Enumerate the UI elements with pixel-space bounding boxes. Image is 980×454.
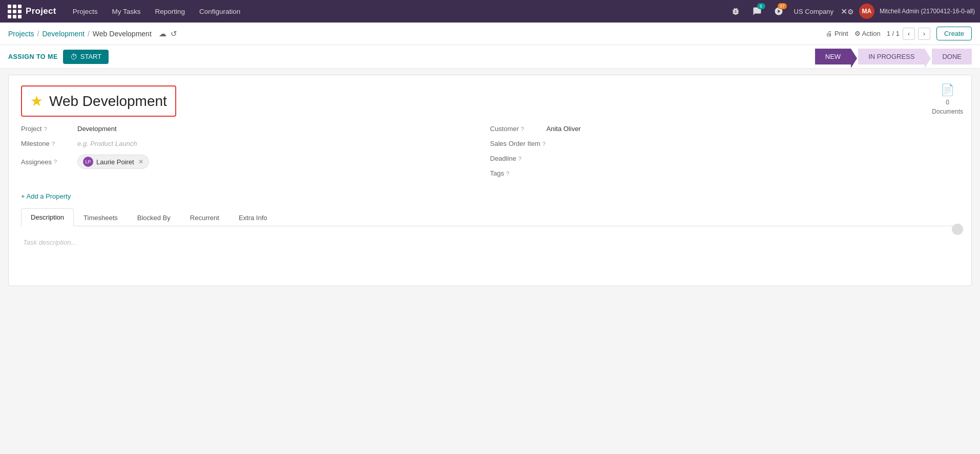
right-fields: Customer ? Anita Oliver Sales Order Item… [490, 125, 960, 184]
activity-icon-button[interactable]: 37 [770, 3, 787, 19]
project-field-row: Project ? Development [21, 125, 490, 133]
top-navigation: Project Projects My Tasks Reporting Conf… [0, 0, 980, 23]
start-label: START [80, 53, 101, 60]
milestone-help-icon[interactable]: ? [52, 141, 55, 147]
form-fields-grid: Project ? Development Milestone ? e.g. P… [21, 125, 959, 184]
nav-my-tasks[interactable]: My Tasks [106, 5, 147, 18]
breadcrumb-projects[interactable]: Projects [8, 30, 34, 38]
chat-badge: 6 [757, 3, 765, 9]
nav-configuration[interactable]: Configuration [193, 5, 246, 18]
apps-menu-button[interactable] [5, 2, 24, 20]
left-fields: Project ? Development Milestone ? e.g. P… [21, 125, 490, 184]
tab-timesheets[interactable]: Timesheets [74, 208, 128, 226]
tags-label: Tags ? [490, 169, 547, 177]
status-new-label: NEW [825, 53, 841, 60]
prev-record-button[interactable]: ‹ [903, 28, 915, 40]
record-navigation: 1 / 1 ‹ › [887, 28, 930, 40]
company-name: US Company [794, 8, 833, 15]
status-pipeline: NEW IN PROGRESS DONE [815, 49, 972, 64]
milestone-label: Milestone ? [21, 140, 77, 147]
top-nav-right: 6 37 US Company ✕⚙ MA Mitchell Admin (21… [727, 3, 975, 19]
status-done-label: DONE [942, 53, 962, 60]
project-help-icon[interactable]: ? [44, 126, 47, 132]
tabs-bar: Description Timesheets Blocked By Recurr… [21, 208, 959, 226]
breadcrumb-current: Web Development [93, 30, 152, 38]
milestone-field-row: Milestone ? e.g. Product Launch [21, 140, 490, 147]
assignee-avatar: LP [83, 157, 93, 167]
settings-wrench-icon[interactable]: ✕⚙ [841, 7, 854, 16]
user-name: Mitchell Admin (21700412-16-0-all) [880, 8, 975, 15]
task-title-box: ★ Web Development [21, 85, 176, 117]
status-in-progress-label: IN PROGRESS [868, 53, 914, 60]
bug-icon-button[interactable] [727, 3, 744, 19]
cloud-icon[interactable]: ☁ [159, 29, 166, 38]
milestone-value[interactable]: e.g. Product Launch [77, 140, 137, 147]
tags-help-icon[interactable]: ? [506, 170, 509, 177]
assignees-label: Assignees ? [21, 158, 77, 166]
deadline-label: Deadline ? [490, 155, 547, 162]
user-avatar[interactable]: MA [859, 4, 874, 19]
action-bar-left: ASSIGN TO ME ⏱ START [8, 50, 109, 64]
description-area[interactable]: Task description... [21, 234, 959, 275]
deadline-field-row: Deadline ? [490, 155, 960, 162]
discuss-icon-button[interactable]: 6 [749, 3, 765, 19]
start-button[interactable]: ⏱ START [63, 50, 109, 64]
tab-blocked-by[interactable]: Blocked By [128, 208, 180, 226]
breadcrumb: Projects / Development / Web Development… [8, 29, 177, 38]
customer-field-row: Customer ? Anita Oliver [490, 125, 960, 133]
tags-field-row: Tags ? [490, 169, 960, 177]
star-icon[interactable]: ★ [30, 93, 43, 110]
status-new[interactable]: NEW [815, 49, 851, 64]
document-icon: 📄 [941, 83, 954, 97]
status-done[interactable]: DONE [932, 49, 972, 64]
tab-description[interactable]: Description [21, 208, 74, 226]
breadcrumb-icons: ☁ ↺ [159, 29, 177, 38]
deadline-help-icon[interactable]: ? [518, 156, 522, 162]
tab-recurrent[interactable]: Recurrent [180, 208, 229, 226]
breadcrumb-bar: Projects / Development / Web Development… [0, 23, 980, 45]
sales-order-label: Sales Order Item ? [490, 140, 547, 147]
assignee-tag: LP Laurie Poiret ✕ [77, 155, 149, 169]
breadcrumb-actions: 🖨 Print ⚙ Action 1 / 1 ‹ › Create [826, 27, 972, 40]
status-in-progress[interactable]: IN PROGRESS [858, 49, 925, 64]
action-button[interactable]: ⚙ Action [854, 30, 881, 37]
nav-reporting[interactable]: Reporting [149, 5, 192, 18]
customer-value[interactable]: Anita Oliver [547, 125, 581, 133]
assignee-remove-button[interactable]: ✕ [138, 158, 143, 165]
customer-help-icon[interactable]: ? [521, 126, 524, 132]
top-nav-menu: Projects My Tasks Reporting Configuratio… [67, 5, 727, 18]
customer-label: Customer ? [490, 125, 547, 133]
breadcrumb-development[interactable]: Development [42, 30, 85, 38]
description-placeholder: Task description... [23, 239, 76, 246]
breadcrumb-sep-2: / [88, 30, 90, 38]
action-bar: ASSIGN TO ME ⏱ START NEW IN PROGRESS DON… [0, 45, 980, 69]
main-content: 📄 0 Documents ★ Web Development Project … [0, 69, 980, 454]
activity-badge: 37 [778, 3, 787, 9]
app-brand[interactable]: Project [26, 6, 56, 16]
assignee-name: Laurie Poiret [96, 158, 134, 166]
status-circle[interactable] [952, 224, 963, 235]
docs-label: Documents [932, 108, 963, 115]
form-card: 📄 0 Documents ★ Web Development Project … [8, 75, 972, 286]
project-label: Project ? [21, 125, 77, 133]
task-title[interactable]: Web Development [49, 93, 167, 110]
apps-grid-icon [7, 4, 23, 19]
add-property-button[interactable]: + Add a Property [21, 192, 959, 200]
tab-extra-info[interactable]: Extra Info [229, 208, 277, 226]
docs-count: 0 [946, 99, 949, 106]
refresh-icon[interactable]: ↺ [171, 29, 177, 38]
record-position: 1 / 1 [887, 30, 900, 37]
create-button[interactable]: Create [936, 27, 972, 40]
project-value[interactable]: Development [77, 125, 117, 133]
documents-area: 📄 0 Documents [932, 83, 963, 115]
sales-order-help-icon[interactable]: ? [543, 141, 546, 147]
nav-projects[interactable]: Projects [67, 5, 104, 18]
assignees-field-row: Assignees ? LP Laurie Poiret ✕ [21, 155, 490, 169]
sales-order-field-row: Sales Order Item ? [490, 140, 960, 147]
next-record-button[interactable]: › [918, 28, 930, 40]
assign-to-me-button[interactable]: ASSIGN TO ME [8, 51, 58, 62]
breadcrumb-sep-1: / [37, 30, 39, 38]
assignees-help-icon[interactable]: ? [54, 159, 57, 165]
print-button[interactable]: 🖨 Print [826, 30, 848, 37]
start-clock-icon: ⏱ [70, 53, 77, 61]
